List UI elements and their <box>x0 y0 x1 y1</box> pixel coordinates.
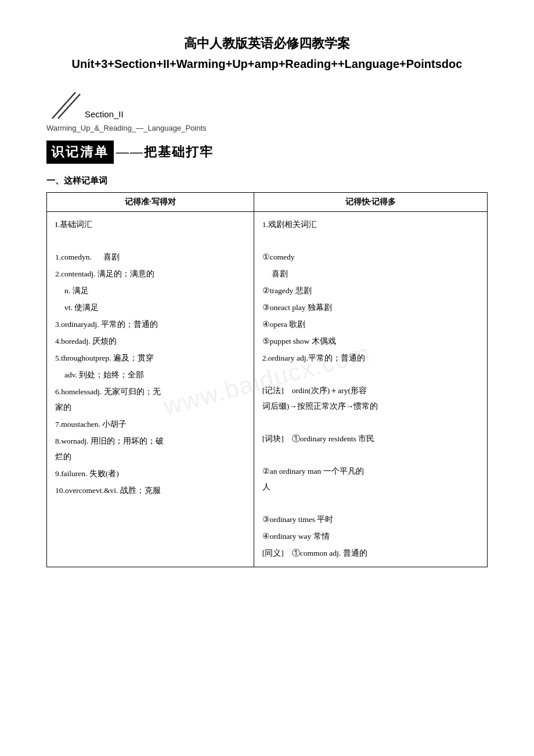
right-col-content: 1.戏剧相关词汇 ①comedy 喜剧 ②tragedy 悲剧 ③oneact … <box>262 217 479 561</box>
left-col-content: I.基础词汇 1.comedyn. 喜剧 2.contentadj. 满足的；满… <box>55 217 246 498</box>
svg-line-0 <box>52 92 75 118</box>
right-ordinary-title: 2.ordinary adj.平常的；普通的 <box>262 350 479 366</box>
left-item-2c: vt. 使满足 <box>55 300 246 315</box>
left-item-5a: 5.throughoutprep. 遍及；贯穿 <box>55 350 246 366</box>
page-title-cn: 高中人教版英语必修四教学案 <box>46 35 488 52</box>
left-item-vocab-title: I.基础词汇 <box>55 217 246 232</box>
page-title-en: Unit+3+Section+II+Warming+Up+amp+Reading… <box>46 56 488 72</box>
right-ordinary-block-3: ③ordinary times 平时 <box>262 512 479 527</box>
right-ordinary-synonym: [同义] ①common adj. 普通的 <box>262 545 479 561</box>
right-ordinary-block-4: ④ordinary way 常情 <box>262 528 479 544</box>
table-row: I.基础词汇 1.comedyn. 喜剧 2.contentadj. 满足的；满… <box>47 212 488 567</box>
warming-label: Warming_Up_&_Reading_—_Language_Points <box>46 124 488 132</box>
right-drama-4: ④opera 歌剧 <box>262 316 479 332</box>
table-container: www.baiducx.com 记得准·写得对 记得快·记得多 I.基础词汇 1… <box>46 192 488 567</box>
right-drama-3: ③oneact play 独幕剧 <box>262 300 479 315</box>
table-cell-left: I.基础词汇 1.comedyn. 喜剧 2.contentadj. 满足的；满… <box>47 212 254 567</box>
right-ordinary-block-title: [词块] ①ordinary residents 市民 <box>262 431 479 447</box>
col-right-header: 记得快·记得多 <box>254 193 487 212</box>
right-drama-5: ⑤puppet show 木偶戏 <box>262 333 479 349</box>
left-item-4: 4.boredadj. 厌烦的 <box>55 333 246 349</box>
right-drama-1: ①comedy <box>262 249 479 265</box>
left-item-1: 1.comedyn. 喜剧 <box>55 249 246 265</box>
heading-black-box: 识记清单 <box>46 141 114 164</box>
left-item-3: 3.ordinaryadj. 平常的；普通的 <box>55 316 246 332</box>
col-left-header: 记得准·写得对 <box>47 193 254 212</box>
section-banner: Section_II <box>46 89 488 121</box>
left-item-8: 8.wornadj. 用旧的；用坏的；破烂的 <box>55 433 246 465</box>
left-item-5b: adv. 到处；始终；全部 <box>55 367 246 383</box>
left-item-9: 9.failuren. 失败(者) <box>55 466 246 481</box>
page-header: 高中人教版英语必修四教学案 Unit+3+Section+II+Warming+… <box>46 35 488 72</box>
main-heading-row: 识记清单 ——把基础打牢 <box>46 141 488 164</box>
right-ordinary-block-2: ②an ordinary man 一个平凡的人 <box>262 463 479 495</box>
right-ordinary-note: [记法] ordin(次序)＋ary(形容词后缀)→按照正常次序→惯常的 <box>262 383 479 414</box>
right-drama-1-cn: 喜剧 <box>262 266 479 282</box>
table-header-row: 记得准·写得对 记得快·记得多 <box>47 193 488 212</box>
left-item-10: 10.overcomevt.&vi. 战胜；克服 <box>55 483 246 498</box>
vocab-table: 记得准·写得对 记得快·记得多 I.基础词汇 1.comedyn. 喜剧 2.c… <box>46 192 488 567</box>
right-drama-2: ②tragedy 悲剧 <box>262 283 479 298</box>
left-item-6: 6.homelessadj. 无家可归的；无家的 <box>55 384 246 415</box>
table-cell-right: 1.戏剧相关词汇 ①comedy 喜剧 ②tragedy 悲剧 ③oneact … <box>254 212 487 567</box>
left-item-7: 7.moustachen. 小胡子 <box>55 416 246 432</box>
heading-dash-text: ——把基础打牢 <box>116 143 214 161</box>
left-item-2b: n. 满足 <box>55 283 246 298</box>
page-container: 高中人教版英语必修四教学案 Unit+3+Section+II+Warming+… <box>46 35 488 567</box>
section-one-title: 一、这样记单词 <box>46 175 488 186</box>
section-diagonal-graphic <box>46 89 81 121</box>
left-item-2a: 2.contentadj. 满足的；满意的 <box>55 266 246 282</box>
heading-black-text: 识记清单 <box>51 145 109 159</box>
section-label: Section_II <box>85 109 124 119</box>
svg-line-1 <box>58 94 80 118</box>
right-drama-title: 1.戏剧相关词汇 <box>262 217 479 232</box>
